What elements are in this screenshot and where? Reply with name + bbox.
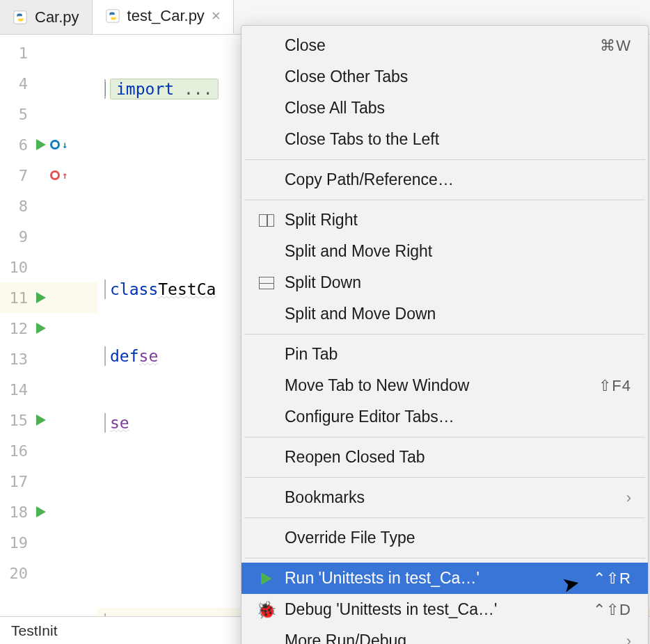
menu-shortcut: ⌘W <box>600 37 631 55</box>
menu-separator <box>244 200 645 200</box>
fold-icon[interactable] <box>104 346 106 366</box>
split-down-icon <box>258 275 275 291</box>
menu-separator <box>244 558 645 558</box>
svg-rect-1 <box>106 10 118 22</box>
menu-separator <box>244 477 645 478</box>
menu-separator <box>244 517 645 518</box>
close-tab-icon[interactable]: × <box>212 8 221 24</box>
run-icon <box>258 570 275 587</box>
menu-label: Close Tabs to the Left <box>285 130 439 149</box>
menu-label: Copy Path/Reference… <box>285 170 454 189</box>
menu-more-run[interactable]: More Run/Debug › <box>241 625 648 644</box>
menu-label: More Run/Debug <box>285 631 406 644</box>
menu-separator <box>244 437 645 437</box>
tab-context-menu: Close ⌘W Close Other Tabs Close All Tabs… <box>241 25 649 644</box>
run-line-icon[interactable] <box>36 506 46 517</box>
line-number: 7 <box>0 167 32 184</box>
menu-label: Configure Editor Tabs… <box>285 408 454 426</box>
line-number: 16 <box>0 442 32 460</box>
menu-shortcut: ⌃⇧R <box>593 570 631 588</box>
line-number: 19 <box>0 534 32 552</box>
python-file-icon <box>105 8 120 24</box>
bug-icon: 🐞 <box>258 602 275 618</box>
run-line-icon[interactable] <box>36 323 46 334</box>
line-number: 17 <box>0 473 32 490</box>
menu-close-other[interactable]: Close Other Tabs <box>241 61 648 92</box>
line-number: 4 <box>0 75 32 92</box>
line-number: 9 <box>0 228 32 245</box>
menu-label: Run 'Unittests in test_Ca…' <box>285 569 479 588</box>
run-line-icon[interactable] <box>36 139 46 150</box>
run-line-icon[interactable] <box>36 292 46 303</box>
line-number: 20 <box>0 565 32 582</box>
menu-label: Reopen Closed Tab <box>285 448 425 467</box>
menu-label: Move Tab to New Window <box>285 376 469 395</box>
line-number: 5 <box>0 106 32 123</box>
line-number: 1 <box>0 45 32 62</box>
menu-label: Close Other Tabs <box>285 67 408 86</box>
override-down-icon[interactable]: ↓ <box>50 140 60 150</box>
line-number: 12 <box>0 320 32 337</box>
menu-move-new-window[interactable]: Move Tab to New Window ⇧F4 <box>241 370 648 401</box>
tab-car[interactable]: Car.py <box>0 0 93 34</box>
submenu-arrow-icon: › <box>626 489 631 507</box>
menu-close-left[interactable]: Close Tabs to the Left <box>241 124 648 155</box>
menu-split-move-right[interactable]: Split and Move Right <box>241 236 648 267</box>
menu-debug[interactable]: 🐞 Debug 'Unittests in test_Ca…' ⌃⇧D <box>241 594 648 625</box>
menu-shortcut: ⌃⇧D <box>593 601 631 619</box>
menu-label: Split and Move Down <box>285 305 436 323</box>
run-line-icon[interactable] <box>36 414 46 426</box>
svg-rect-0 <box>14 10 26 23</box>
menu-label: Split Right <box>285 211 358 230</box>
breadcrumb[interactable]: TestInit <box>11 622 58 639</box>
line-number: 18 <box>0 504 32 521</box>
menu-reopen[interactable]: Reopen Closed Tab <box>241 442 648 473</box>
line-number: 11 <box>0 289 32 307</box>
line-number: 6 <box>0 136 32 154</box>
menu-configure[interactable]: Configure Editor Tabs… <box>241 401 648 433</box>
menu-close-all[interactable]: Close All Tabs <box>241 92 648 124</box>
tab-test-car[interactable]: test_Car.py × <box>93 0 234 34</box>
menu-bookmarks[interactable]: Bookmarks › <box>241 482 648 513</box>
line-number: 8 <box>0 198 32 215</box>
line-number: 10 <box>0 259 32 276</box>
line-number: 15 <box>0 412 32 429</box>
menu-label: Pin Tab <box>285 345 338 364</box>
menu-split-down[interactable]: Split Down <box>241 267 648 298</box>
override-up-icon[interactable]: ↑ <box>50 170 60 180</box>
menu-label: Close All Tabs <box>285 99 385 118</box>
split-right-icon <box>258 212 275 229</box>
line-number: 13 <box>0 351 32 368</box>
python-file-icon <box>13 10 28 25</box>
menu-split-move-down[interactable]: Split and Move Down <box>241 298 648 330</box>
menu-copy-path[interactable]: Copy Path/Reference… <box>241 164 648 195</box>
fold-icon[interactable] <box>104 79 106 99</box>
menu-separator <box>244 159 645 160</box>
submenu-arrow-icon: › <box>626 632 631 645</box>
line-number: 14 <box>0 381 32 399</box>
menu-split-right[interactable]: Split Right <box>241 204 648 236</box>
menu-label: Bookmarks <box>285 488 365 507</box>
menu-label: Override File Type <box>285 529 415 547</box>
tab-label: test_Car.py <box>127 7 205 25</box>
fold-icon[interactable] <box>104 280 106 299</box>
menu-run[interactable]: Run 'Unittests in test_Ca…' ⌃⇧R <box>241 563 648 594</box>
tab-label: Car.py <box>35 8 79 26</box>
menu-pin[interactable]: Pin Tab <box>241 339 648 370</box>
menu-separator <box>244 334 645 335</box>
menu-override[interactable]: Override File Type <box>241 522 648 554</box>
menu-label: Split Down <box>285 273 361 292</box>
menu-label: Debug 'Unittests in test_Ca…' <box>285 600 497 619</box>
menu-label: Split and Move Right <box>285 242 432 261</box>
menu-label: Close <box>285 36 326 55</box>
menu-shortcut: ⇧F4 <box>599 377 631 395</box>
fold-icon[interactable] <box>104 413 106 433</box>
menu-close[interactable]: Close ⌘W <box>241 30 648 61</box>
gutter: 1 4 5 6 ↓ 7 ↑ 8 9 10 11 12 13 14 15 16 1… <box>0 35 97 616</box>
